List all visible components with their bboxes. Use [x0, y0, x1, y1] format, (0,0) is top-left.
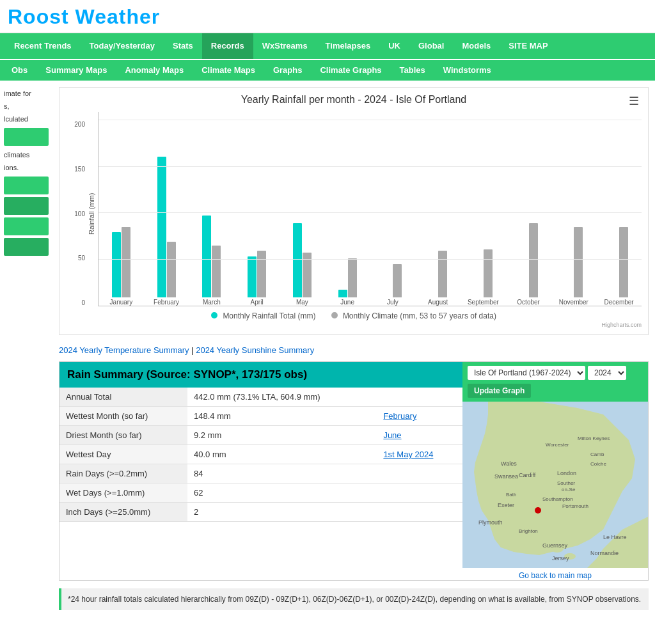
map-container: Wales Worcester Milton Keynes Camb Colch… — [462, 402, 648, 568]
table-value: 9.2 mm — [187, 426, 377, 445]
rain-right: Isle Of Portland (1967-2024) 2024 Update… — [462, 362, 648, 580]
sidebar-text5: ions. — [0, 161, 52, 174]
svg-text:on-Se: on-Se — [562, 487, 576, 492]
sidebar-btn4[interactable] — [4, 217, 49, 235]
svg-text:Bath: Bath — [506, 492, 516, 498]
table-value: 40.0 mm — [187, 445, 377, 464]
svg-point-5 — [535, 507, 541, 514]
month-label-may: May — [280, 297, 325, 306]
month-label-january: January — [99, 297, 144, 306]
sidebar-text2: s, — [0, 100, 52, 113]
month-label-october: October — [506, 297, 551, 306]
svg-text:Plymouth: Plymouth — [478, 519, 503, 526]
nav-records[interactable]: Records — [202, 33, 253, 59]
bar-actual-april — [248, 256, 256, 297]
chart-menu-icon[interactable]: ☰ — [629, 94, 639, 108]
bar-climate-september — [484, 249, 493, 297]
table-link[interactable]: February — [383, 411, 416, 421]
table-value: 442.0 mm (73.1% LTA, 604.9 mm) — [187, 388, 377, 407]
y-label-100: 100 — [66, 210, 85, 217]
sidebar-text4: climates — [0, 148, 52, 161]
rain-section: Rain Summary (Source: SYNOP*, 173/175 ob… — [59, 361, 649, 581]
nav-stats[interactable]: Stats — [164, 33, 202, 59]
table-link[interactable]: June — [383, 430, 401, 440]
nav-wxstreams[interactable]: WxStreams — [253, 33, 317, 59]
table-label: Wet Days (>=1.0mm) — [59, 483, 187, 503]
bar-climate-february — [167, 242, 176, 297]
actual-dot-icon — [211, 312, 217, 318]
chart-title: Yearly Rainfall per month - 2024 - Isle … — [66, 94, 642, 106]
sidebar-btn2[interactable] — [4, 177, 49, 194]
nav-uk[interactable]: UK — [379, 33, 409, 59]
month-group-july — [370, 112, 416, 297]
month-labels: JanuaryFebruaryMarchAprilMayJuneJulyAugu… — [99, 297, 642, 306]
station-select[interactable]: Isle Of Portland (1967-2024) — [468, 366, 585, 380]
nav-models[interactable]: Models — [453, 33, 500, 59]
go-back-link[interactable]: Go back to main map — [519, 571, 592, 580]
nav-timelapses[interactable]: Timelapses — [317, 33, 380, 59]
subnav-anomaly-maps[interactable]: Anomaly Maps — [116, 59, 193, 81]
month-group-may — [280, 112, 325, 297]
subnav-climate-maps[interactable]: Climate Maps — [193, 59, 264, 81]
svg-text:Southampton: Southampton — [542, 496, 573, 502]
svg-text:Normandie: Normandie — [590, 550, 619, 556]
bar-climate-august — [438, 251, 447, 297]
temp-summary-link[interactable]: 2024 Yearly Temperature Summary — [59, 345, 189, 355]
table-label: Wettest Month (so far) — [59, 407, 187, 426]
sidebar-btn3[interactable] — [4, 197, 49, 215]
month-group-february — [144, 112, 189, 297]
map-svg: Wales Worcester Milton Keynes Camb Colch… — [462, 402, 648, 568]
sidebar-btn5[interactable] — [4, 238, 49, 256]
update-graph-button[interactable]: Update Graph — [468, 384, 531, 398]
bar-actual-february — [157, 157, 166, 297]
table-label: Rain Days (>=0.2mm) — [59, 464, 187, 483]
month-label-december: December — [596, 297, 642, 306]
sidebar-text1: imate for — [0, 87, 52, 100]
svg-text:Le Havre: Le Havre — [603, 534, 627, 540]
y-label-150: 150 — [66, 166, 85, 173]
chart-credit: Highcharts.com — [66, 322, 642, 328]
svg-text:Portsmouth: Portsmouth — [562, 503, 588, 509]
month-group-march — [189, 112, 235, 297]
legend-actual: Monthly Rainfall Total (mm) — [211, 311, 316, 320]
y-label-0: 0 — [66, 299, 85, 306]
table-row: Rain Days (>=0.2mm)84 — [59, 464, 462, 483]
sidebar-text3: lculated — [0, 113, 52, 125]
y-label-200: 200 — [66, 121, 85, 128]
main-nav: Recent Trends Today/Yesterday Stats Reco… — [0, 33, 655, 59]
table-label: Wettest Day — [59, 445, 187, 464]
rain-table: Annual Total442.0 mm (73.1% LTA, 604.9 m… — [59, 388, 462, 522]
subnav-graphs[interactable]: Graphs — [264, 59, 312, 81]
month-label-march: March — [189, 297, 235, 306]
chart-legend: Monthly Rainfall Total (mm) Monthly Clim… — [66, 311, 642, 320]
bar-climate-march — [212, 246, 221, 297]
sunshine-summary-link[interactable]: 2024 Yearly Sunshine Summary — [196, 345, 314, 355]
month-group-june — [325, 112, 370, 297]
table-value: 148.4 mm — [187, 407, 377, 426]
legend-climate: Monthly Climate (mm, 53 to 57 years of d… — [331, 311, 496, 320]
subnav-windstorms[interactable]: Windstorms — [434, 59, 500, 81]
sidebar-btn1[interactable] — [4, 128, 49, 146]
layout: imate for s, lculated climates ions. Yea… — [0, 81, 655, 617]
subnav-climate-graphs[interactable]: Climate Graphs — [311, 59, 390, 81]
table-row: Annual Total442.0 mm (73.1% LTA, 604.9 m… — [59, 388, 462, 407]
subnav-tables[interactable]: Tables — [391, 59, 434, 81]
table-link[interactable]: 1st May 2024 — [383, 450, 433, 459]
subnav-obs[interactable]: Obs — [3, 59, 36, 81]
subnav-summary-maps[interactable]: Summary Maps — [36, 59, 116, 81]
year-select[interactable]: 2024 — [588, 366, 626, 380]
rain-header-title: Rain Summary (Source: SYNOP*, 173/175 ob… — [67, 368, 455, 381]
svg-text:Swansea: Swansea — [494, 473, 518, 480]
nav-recent-trends[interactable]: Recent Trends — [5, 33, 81, 59]
table-label: Annual Total — [59, 388, 187, 407]
table-label: Driest Month (so far) — [59, 426, 187, 445]
nav-sitemap[interactable]: SITE MAP — [500, 33, 556, 59]
site-title: Roost Weather — [8, 5, 647, 29]
table-row: Inch Days (>=25.0mm)2 — [59, 503, 462, 522]
table-row: Wettest Month (so far)148.4 mmFebruary — [59, 407, 462, 426]
chart-container: Yearly Rainfall per month - 2024 - Isle … — [59, 87, 649, 335]
nav-global[interactable]: Global — [409, 33, 453, 59]
month-label-june: June — [325, 297, 370, 306]
summary-links: 2024 Yearly Temperature Summary | 2024 Y… — [59, 345, 649, 355]
nav-today-yesterday[interactable]: Today/Yesterday — [81, 33, 164, 59]
